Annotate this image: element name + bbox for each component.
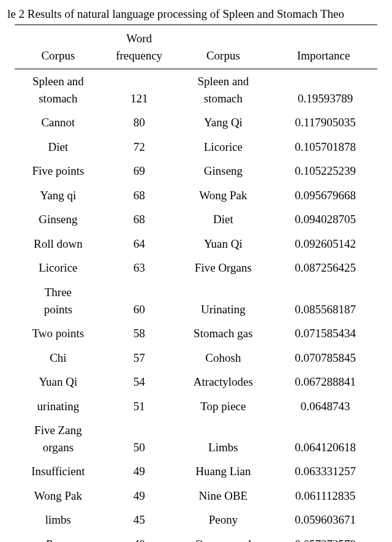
- table-row: Spleen andstomach121Spleen andstomach0.1…: [15, 69, 377, 111]
- word-frequency-cell: 40: [102, 532, 177, 542]
- word-frequency-cell: 49: [102, 484, 177, 508]
- importance-cell: 0.105225239: [270, 159, 377, 183]
- importance-cell: 0.19593789: [270, 69, 377, 111]
- corpus-importance-cell: Yang Qi: [177, 110, 270, 135]
- word-frequency-cell: 64: [102, 232, 177, 256]
- corpus-importance-cell: Wong Pak: [177, 183, 270, 208]
- word-frequency-cell: 63: [102, 256, 177, 280]
- corpus-importance-cell: Diet: [177, 207, 270, 232]
- corpus-importance-cell: Spleen andstomach: [177, 69, 270, 111]
- word-frequency-cell: 80: [102, 110, 177, 135]
- table-row: Cannot80Yang Qi0.117905035: [15, 110, 377, 135]
- corpus-freq-cell: Two points: [15, 321, 102, 346]
- corpus-importance-cell: Peony: [177, 508, 270, 532]
- header-importance: Importance: [270, 47, 377, 69]
- table-row: urinating51Top piece0.0648743: [15, 394, 377, 419]
- corpus-freq-cell: Licorice: [15, 256, 102, 280]
- corpus-importance-cell: Licorice: [177, 135, 270, 159]
- corpus-importance-cell: Urinating: [177, 280, 270, 321]
- header-wordfreq: frequency: [102, 47, 177, 69]
- table-row: Threepoints60Urinating0.085568187: [15, 280, 377, 321]
- corpus-importance-cell: Ginseng: [177, 159, 270, 183]
- word-frequency-cell: 45: [102, 508, 177, 532]
- corpus-freq-cell: Yuan Qi: [15, 370, 102, 394]
- importance-cell: 0.070785845: [270, 346, 377, 370]
- table-row: limbs45Peony0.059603671: [15, 508, 377, 532]
- word-frequency-cell: 60: [102, 280, 177, 321]
- header-corpus-1-top: [15, 25, 102, 47]
- corpus-importance-cell: Nine OBE: [177, 484, 270, 508]
- importance-cell: 0.092605142: [270, 232, 377, 256]
- corpus-freq-cell: Ginseng: [15, 207, 102, 232]
- corpus-freq-cell: Spleen andstomach: [15, 69, 102, 111]
- corpus-importance-cell: Stomach gas: [177, 321, 270, 346]
- table-row: Ginseng68Diet0.094028705: [15, 207, 377, 232]
- word-frequency-cell: 69: [102, 159, 177, 183]
- importance-cell: 0.085568187: [270, 280, 377, 321]
- corpus-freq-cell: Insufficient: [15, 459, 102, 484]
- word-frequency-cell: 51: [102, 394, 177, 419]
- corpus-importance-cell: Cohosh: [177, 346, 270, 370]
- nlp-results-table: Word Corpus frequency Corpus Importance …: [15, 25, 377, 542]
- corpus-freq-cell: Five points: [15, 159, 102, 183]
- importance-cell: 0.105701878: [270, 135, 377, 159]
- table-row: Chi57Cohosh0.070785845: [15, 346, 377, 370]
- word-frequency-cell: 58: [102, 321, 177, 346]
- importance-cell: 0.0648743: [270, 394, 377, 419]
- corpus-freq-cell: Cannot: [15, 110, 102, 135]
- importance-cell: 0.095679668: [270, 183, 377, 208]
- corpus-importance-cell: Orange peel: [177, 532, 270, 542]
- importance-cell: 0.059603671: [270, 508, 377, 532]
- importance-cell: 0.061112835: [270, 484, 377, 508]
- table-row: Five points69Ginseng0.105225239: [15, 159, 377, 183]
- table-row: Yuan Qi54Atractylodes0.067288841: [15, 370, 377, 394]
- word-frequency-cell: 54: [102, 370, 177, 394]
- corpus-freq-cell: Chi: [15, 346, 102, 370]
- table-row: Roll down64Yuan Qi0.092605142: [15, 232, 377, 256]
- importance-cell: 0.067288841: [270, 370, 377, 394]
- table-row: Diet72Licorice0.105701878: [15, 135, 377, 159]
- word-frequency-cell: 121: [102, 69, 177, 111]
- corpus-freq-cell: Diet: [15, 135, 102, 159]
- corpus-importance-cell: Huang Lian: [177, 459, 270, 484]
- table-row: Wong Pak49Nine OBE0.061112835: [15, 484, 377, 508]
- header-corpus-2: Corpus: [177, 47, 270, 69]
- word-frequency-cell: 49: [102, 459, 177, 484]
- word-frequency-cell: 57: [102, 346, 177, 370]
- table-caption: le 2 Results of natural language process…: [7, 7, 385, 21]
- importance-cell: 0.063331257: [270, 459, 377, 484]
- corpus-freq-cell: Wong Pak: [15, 484, 102, 508]
- corpus-freq-cell: Yang qi: [15, 183, 102, 208]
- importance-cell: 0.094028705: [270, 207, 377, 232]
- header-corpus-1: Corpus: [15, 47, 102, 69]
- table-row: Five Zangorgans50Limbs0.064120618: [15, 418, 377, 459]
- word-frequency-cell: 68: [102, 207, 177, 232]
- importance-cell: 0.071585434: [270, 321, 377, 346]
- corpus-freq-cell: Poop: [15, 532, 102, 542]
- word-frequency-cell: 68: [102, 183, 177, 208]
- corpus-importance-cell: Five Organs: [177, 256, 270, 280]
- table-row: Licorice63Five Organs0.087256425: [15, 256, 377, 280]
- table-row: Two points58Stomach gas0.071585434: [15, 321, 377, 346]
- importance-cell: 0.087256425: [270, 256, 377, 280]
- corpus-freq-cell: Threepoints: [15, 280, 102, 321]
- corpus-freq-cell: limbs: [15, 508, 102, 532]
- corpus-importance-cell: Atractylodes: [177, 370, 270, 394]
- corpus-freq-cell: urinating: [15, 394, 102, 419]
- corpus-freq-cell: Five Zangorgans: [15, 418, 102, 459]
- importance-cell: 0.117905035: [270, 110, 377, 135]
- header-importance-top: [270, 25, 377, 47]
- corpus-importance-cell: Top piece: [177, 394, 270, 419]
- corpus-importance-cell: Yuan Qi: [177, 232, 270, 256]
- table-row: Poop40Orange peel0.057272579: [15, 532, 377, 542]
- header-wordfreq-top: Word: [102, 25, 177, 47]
- importance-cell: 0.057272579: [270, 532, 377, 542]
- table-row: Insufficient49Huang Lian0.063331257: [15, 459, 377, 484]
- corpus-importance-cell: Limbs: [177, 418, 270, 459]
- importance-cell: 0.064120618: [270, 418, 377, 459]
- header-corpus-2-top: [177, 25, 270, 47]
- word-frequency-cell: 72: [102, 135, 177, 159]
- table-row: Yang qi68Wong Pak0.095679668: [15, 183, 377, 208]
- word-frequency-cell: 50: [102, 418, 177, 459]
- corpus-freq-cell: Roll down: [15, 232, 102, 256]
